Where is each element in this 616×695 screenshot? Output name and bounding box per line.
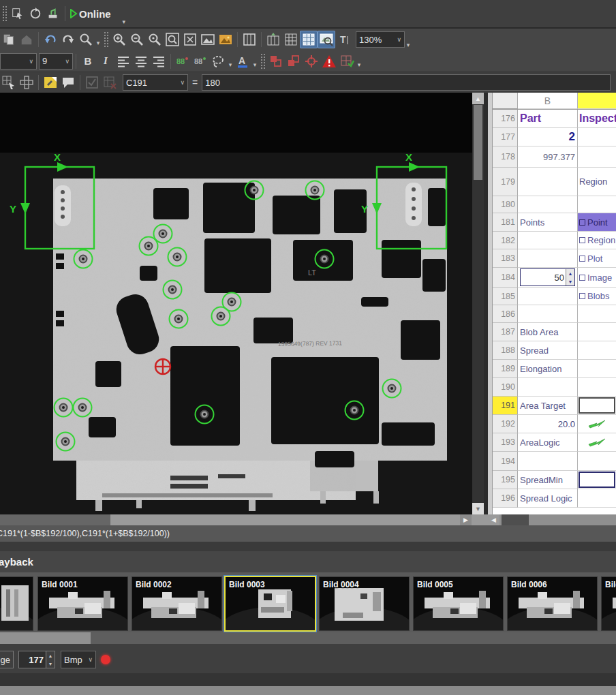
zoom-out-icon[interactable] — [128, 31, 146, 48]
cell-reference-combo[interactable]: C191∨ — [123, 74, 188, 91]
cell-C190[interactable] — [578, 378, 616, 397]
row-header-187[interactable]: 187 — [492, 323, 518, 341]
toolbar-grip[interactable] — [104, 31, 108, 48]
inspection-image[interactable]: 1595649(787) REV 1731 LT X Y X Y — [0, 93, 472, 514]
image-horizontal-scrollbar[interactable]: ▶ — [0, 514, 488, 525]
zoom-level-combo[interactable]: 130%∨ — [356, 31, 405, 48]
sheet-horizontal-scrollbar[interactable]: ◀ — [488, 514, 616, 525]
checkbox-tool-icon[interactable] — [83, 74, 101, 91]
row-header-181[interactable]: 181 — [492, 213, 518, 232]
font-family-combo[interactable]: ∨ — [0, 53, 37, 70]
thumbnail-bild-0004[interactable]: Bild 0004 — [319, 576, 410, 631]
row-header-190[interactable]: 190 — [492, 378, 518, 397]
cell-C180[interactable] — [578, 196, 616, 213]
cell-B194[interactable] — [518, 452, 578, 471]
filmstrip-scrollbar[interactable] — [0, 632, 616, 644]
align-right-button[interactable] — [150, 52, 168, 70]
dropdown-arrow[interactable]: ▾ — [251, 61, 258, 70]
spreadsheet-panel[interactable]: B 176PartInspect1772178997.377179Region1… — [488, 93, 616, 514]
dropdown-arrow[interactable]: ▾ — [95, 40, 102, 48]
scrollbar-thumb[interactable] — [474, 105, 482, 180]
warning-icon[interactable] — [320, 52, 338, 70]
toolbar-overflow[interactable]: ▾ — [405, 42, 412, 50]
lasso-icon[interactable] — [209, 52, 227, 70]
cell-B189[interactable]: Elongation — [518, 360, 578, 378]
bold-button[interactable]: B — [79, 52, 97, 70]
row-header-189[interactable]: 189 — [492, 360, 518, 378]
pointer-run-icon[interactable] — [9, 5, 27, 22]
row-header-176[interactable]: 176 — [492, 110, 518, 128]
row-header-193[interactable]: 193 — [492, 433, 518, 452]
cell-B178[interactable]: 997.377 — [518, 146, 578, 168]
row-header-179[interactable]: 179 — [492, 168, 518, 196]
insert-cells-icon[interactable] — [267, 52, 285, 70]
column-data-icon[interactable] — [282, 31, 300, 48]
number-format-icon[interactable]: 88 — [174, 52, 191, 70]
thumbnail-bild-0006[interactable]: Bild 0006 — [507, 576, 598, 631]
cell-C181[interactable]: Point — [578, 213, 616, 232]
row-header-192[interactable]: 192 — [492, 415, 518, 433]
filmstrip-icon[interactable] — [241, 31, 258, 48]
checkbox-icon[interactable] — [579, 219, 585, 226]
structure-icon[interactable] — [18, 74, 35, 91]
protect-icon[interactable] — [18, 31, 35, 48]
playback-panel-header[interactable]: ayback — [0, 551, 616, 572]
cell-B179[interactable] — [518, 168, 578, 196]
checkbox-icon[interactable] — [579, 237, 585, 243]
image-vertical-scrollbar[interactable]: ▲ ▼ — [472, 93, 484, 514]
image-viewport[interactable]: 1595649(787) REV 1731 LT X Y X Y — [0, 93, 472, 514]
row-header-182[interactable]: 182 — [492, 232, 518, 249]
frame-number-spinner[interactable]: 177 ▲▼ — [18, 651, 55, 668]
column-header-b[interactable]: B — [518, 93, 578, 109]
text-overlay-icon[interactable]: T — [335, 31, 353, 48]
font-size-combo[interactable]: 9∨ — [39, 53, 73, 70]
scroll-left-button[interactable]: ◀ — [488, 514, 499, 525]
row-header-194[interactable]: 194 — [492, 452, 518, 471]
cell-C178[interactable] — [578, 146, 616, 168]
cell-B185[interactable] — [518, 288, 578, 305]
cell-B184[interactable]: 50 ▲▼ — [518, 268, 578, 288]
thumbnail-bild-0001[interactable]: Bild 0001 — [37, 576, 128, 631]
table-delete-icon[interactable] — [101, 74, 119, 91]
image-display-icon[interactable] — [217, 31, 234, 48]
redo-icon[interactable] — [59, 31, 77, 48]
anchor-cell-icon[interactable] — [303, 52, 320, 70]
cell-B181[interactable]: Points — [518, 213, 578, 232]
checkbox-icon[interactable] — [579, 256, 585, 262]
row-header-196[interactable]: 196 — [492, 489, 518, 508]
cell-C189[interactable] — [578, 360, 616, 378]
formula-input[interactable]: 180 — [202, 74, 611, 91]
cell-B187[interactable]: Blob Area — [518, 323, 578, 341]
insert-rows-icon[interactable] — [285, 52, 303, 70]
thumbnail-bild-0003[interactable]: Bild 0003 — [224, 576, 316, 632]
copy-icon[interactable] — [0, 31, 18, 48]
online-dropdown[interactable]: ▾ — [121, 18, 127, 27]
zoom-pointer-icon[interactable] — [77, 31, 95, 48]
cell-C194[interactable] — [578, 452, 616, 471]
scroll-right-button[interactable]: ▶ — [460, 514, 472, 525]
dropdown-arrow[interactable]: ▾ — [227, 61, 234, 70]
cell-B186[interactable] — [518, 305, 578, 323]
cell-C179[interactable]: Region — [578, 168, 616, 196]
cell-C188[interactable] — [578, 341, 616, 360]
edit-note-icon[interactable] — [42, 74, 59, 91]
insert-column-icon[interactable] — [264, 31, 282, 48]
row-header-185[interactable]: 185 — [492, 288, 518, 305]
toolbar-grip[interactable] — [260, 53, 265, 70]
toolbar-grip[interactable] — [2, 5, 7, 22]
scroll-up-button[interactable]: ▲ — [472, 93, 484, 104]
corner-header[interactable] — [492, 93, 518, 109]
export-icon[interactable] — [44, 5, 62, 22]
cell-C193[interactable] — [578, 433, 616, 452]
spinner-buttons[interactable]: ▲▼ — [566, 269, 574, 285]
zoom-1to1-icon[interactable] — [146, 31, 164, 48]
grid-view-icon[interactable] — [300, 31, 318, 48]
cell-C185[interactable]: Blobs — [578, 288, 616, 305]
cell-B196[interactable]: Spread Logic — [518, 489, 578, 508]
column-header-c[interactable] — [578, 93, 616, 109]
select-tool-icon[interactable] — [0, 74, 18, 91]
online-button[interactable]: Online — [79, 8, 111, 20]
align-left-button[interactable] — [114, 52, 132, 70]
align-center-button[interactable] — [132, 52, 150, 70]
row-header-177[interactable]: 177 — [492, 128, 518, 146]
